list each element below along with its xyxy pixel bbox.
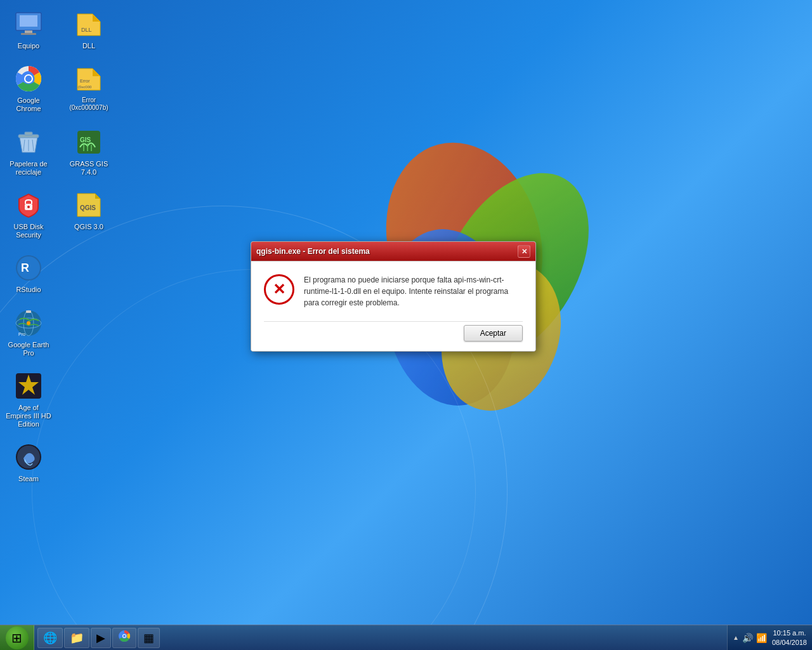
error-dialog: qgis-bin.exe - Error del sistema ✕ ✕ El … — [251, 241, 536, 352]
desktop-icon-steam[interactable]: Steam — [3, 439, 54, 486]
svg-point-31 — [27, 321, 30, 325]
volume-icon: 📶 — [756, 633, 767, 643]
taskbar-explorer[interactable]: 📁 — [64, 628, 89, 648]
desktop-icon-error-dll[interactable]: Error(0xc000 Error(0xc000007b) — [63, 61, 114, 116]
desktop: Equipo DLL DLL — [0, 0, 812, 650]
svg-rect-5 — [20, 15, 37, 27]
desktop-icon-grass[interactable]: GIS GRASS GIS 7.4.0 — [63, 124, 114, 179]
svg-text:Error: Error — [80, 79, 90, 83]
tray-arrow[interactable]: ▲ — [733, 634, 739, 641]
desktop-icon-recycle[interactable]: Papelera de reciclaje — [3, 124, 54, 179]
start-button[interactable]: ⊞ — [0, 625, 34, 651]
ie-icon: 🌐 — [43, 631, 57, 645]
taskbar-task-manager[interactable]: ▦ — [138, 628, 160, 648]
svg-text:GIS: GIS — [80, 136, 91, 143]
svg-text:DLL: DLL — [81, 27, 92, 33]
svg-rect-6 — [25, 30, 32, 33]
dialog-titlebar: qgis-bin.exe - Error del sistema ✕ — [251, 242, 535, 261]
clock-time: 10:15 a.m. — [772, 628, 807, 637]
desktop-icon-chrome[interactable]: Google Chrome — [3, 61, 54, 116]
dialog-message: El programa no puede iniciarse porque fa… — [304, 274, 523, 308]
desktop-icon-usb-security[interactable]: USB Disk Security — [3, 187, 54, 242]
desktop-icon-earth[interactable]: Pro Google Earth Pro — [3, 305, 54, 360]
svg-rect-7 — [21, 33, 36, 35]
desktop-icon-rstudio[interactable]: R RStudio — [3, 250, 54, 296]
windows-start-orb[interactable]: ⊞ — [6, 627, 29, 649]
system-tray: ▲ 🔊 📶 — [733, 633, 767, 643]
explorer-icon: 📁 — [70, 631, 84, 645]
taskbar-chrome[interactable] — [112, 628, 136, 648]
desktop-icon-qgis[interactable]: QGIS QGIS 3.0 — [63, 187, 114, 242]
desktop-icon-aoe[interactable]: Age of Empires III HD Edition — [3, 368, 54, 432]
svg-text:Pro: Pro — [18, 332, 25, 336]
chrome-taskbar-icon — [118, 630, 131, 646]
desktop-icon-grid: Equipo DLL DLL — [3, 6, 121, 491]
media-icon: ▶ — [96, 631, 105, 645]
svg-point-39 — [123, 635, 126, 637]
taskbar-items: 🌐 📁 ▶ — [34, 628, 727, 648]
svg-point-23 — [27, 206, 30, 208]
svg-text:QGIS: QGIS — [80, 204, 96, 211]
taskbar: ⊞ 🌐 📁 ▶ — [0, 625, 812, 650]
svg-text:R: R — [21, 262, 29, 274]
dialog-content: ✕ El programa no puede iniciarse porque … — [251, 261, 535, 351]
task-manager-icon: ▦ — [143, 631, 154, 645]
network-icon: 🔊 — [742, 633, 753, 643]
dialog-buttons: Aceptar — [264, 321, 523, 342]
svg-rect-16 — [25, 132, 32, 135]
svg-text:(0xc000: (0xc000 — [78, 85, 92, 89]
clock-date: 08/04/2018 — [772, 638, 807, 647]
system-clock[interactable]: 10:15 a.m. 08/04/2018 — [772, 628, 807, 647]
taskbar-right: ▲ 🔊 📶 10:15 a.m. 08/04/2018 — [727, 625, 812, 650]
svg-rect-32 — [26, 310, 31, 313]
taskbar-ie[interactable]: 🌐 — [37, 628, 63, 648]
error-icon: ✕ — [264, 274, 294, 305]
desktop-icon-equipo[interactable]: Equipo — [3, 6, 54, 53]
dialog-close-button[interactable]: ✕ — [518, 245, 530, 258]
desktop-icon-dll[interactable]: DLL DLL — [63, 6, 114, 53]
error-dll-label: Error(0xc000007b) — [69, 96, 108, 112]
svg-point-12 — [25, 76, 32, 82]
dialog-title: qgis-bin.exe - Error del sistema — [256, 247, 370, 256]
taskbar-media[interactable]: ▶ — [91, 628, 111, 648]
dialog-body: ✕ El programa no puede iniciarse porque … — [264, 274, 523, 308]
dialog-ok-button[interactable]: Aceptar — [464, 325, 523, 342]
